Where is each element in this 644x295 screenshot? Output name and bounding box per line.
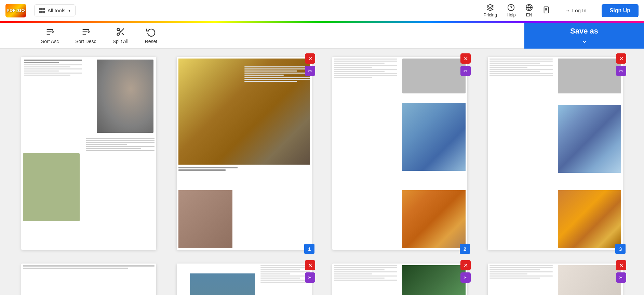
page-badge-3: 3	[615, 244, 626, 254]
svg-point-11	[117, 28, 119, 31]
page-wrapper-2: ✕ ✂	[332, 57, 467, 250]
toolbar: Sort Asc Sort Desc Split All	[0, 23, 644, 49]
split-page-1-button[interactable]: ✂	[305, 66, 315, 76]
elephant-person-image	[190, 273, 255, 295]
left-text-col	[334, 59, 397, 248]
palette-bottom-image	[558, 190, 621, 248]
pets-image-bottom	[23, 153, 80, 221]
save-as-button[interactable]: Save as ⌄	[524, 23, 644, 49]
sketch-text-left	[489, 265, 553, 295]
history-nav-item[interactable]	[542, 6, 550, 15]
sort-asc-icon	[45, 27, 55, 37]
page-group-5: ✕ ✂	[169, 264, 319, 295]
svg-point-12	[117, 33, 119, 36]
page-group-4	[14, 264, 164, 295]
sort-asc-label: Sort Asc	[41, 39, 59, 44]
split-page-5-button[interactable]: ✂	[305, 272, 315, 283]
page-content-3	[488, 57, 623, 250]
palette-image	[402, 190, 466, 248]
sketch-image-top	[558, 265, 621, 295]
page-wrapper-4	[21, 264, 156, 295]
text-lines-0	[24, 60, 82, 77]
page-group-1: ✕ ✂	[169, 57, 319, 258]
page-card-4	[21, 264, 156, 295]
svg-line-15	[119, 30, 121, 32]
page-content-2	[332, 57, 467, 250]
help-icon	[507, 4, 515, 11]
header-nav: Pricing Help EN →	[483, 4, 639, 17]
help-nav-item[interactable]: Help	[507, 4, 516, 17]
grid-icon	[39, 8, 45, 13]
sort-desc-button[interactable]: Sort Desc	[75, 27, 96, 44]
reset-label: Reset	[145, 39, 158, 44]
page-wrapper-0	[21, 57, 156, 250]
page-wrapper-7: ✕ ✂	[488, 264, 623, 295]
signup-button[interactable]: Sign Up	[602, 4, 639, 17]
logo[interactable]: PDF2GO	[5, 4, 26, 17]
svg-line-14	[121, 33, 123, 35]
split-page-3-button[interactable]: ✂	[616, 66, 626, 76]
globe-icon	[525, 4, 533, 11]
chevron-down-icon: ▾	[68, 8, 70, 13]
blue-art-image	[558, 105, 621, 173]
page-card-5	[177, 264, 312, 295]
signup-label: Sign Up	[610, 8, 630, 13]
pages-grid-row2: ✕ ✂	[14, 264, 630, 295]
pricing-nav-item[interactable]: Pricing	[483, 4, 497, 17]
split-page-7-button[interactable]: ✂	[616, 272, 626, 283]
chi-text-top	[23, 265, 155, 294]
sort-desc-label: Sort Desc	[75, 39, 96, 44]
all-tools-button[interactable]: All tools ▾	[34, 4, 76, 16]
page-group-6: ✕ ✂	[325, 264, 475, 295]
garden-image	[402, 265, 466, 295]
page-wrapper-5: ✕ ✂	[177, 264, 312, 295]
page-content-0	[21, 57, 156, 250]
page-card-2	[332, 57, 467, 250]
page-card-0	[21, 57, 156, 250]
split-page-6-button[interactable]: ✂	[460, 272, 471, 283]
painting-text-left	[489, 59, 553, 248]
pricing-label: Pricing	[483, 12, 497, 17]
remove-page-3-button[interactable]: ✕	[616, 53, 626, 64]
page-badge-2: 2	[460, 244, 470, 254]
all-tools-label: All tools	[48, 8, 66, 13]
login-button[interactable]: → Log In	[560, 5, 592, 16]
help-label: Help	[507, 12, 516, 17]
remove-page-2-button[interactable]: ✕	[460, 53, 471, 64]
login-label: Log In	[572, 8, 587, 13]
toolbar-actions: Sort Asc Sort Desc Split All	[41, 27, 157, 44]
page-card-3	[488, 57, 623, 250]
main-content: ✕ ✂	[0, 49, 644, 295]
remove-page-1-button[interactable]: ✕	[305, 53, 315, 64]
remove-page-5-button[interactable]: ✕	[305, 260, 315, 270]
reset-icon	[146, 27, 156, 37]
page-card-7	[488, 264, 623, 295]
page-content-6	[332, 264, 467, 295]
remove-page-7-button[interactable]: ✕	[616, 260, 626, 270]
page-group-0	[14, 57, 164, 258]
header: PDF2GO All tools ▾ Pricing Help	[0, 0, 644, 21]
split-all-button[interactable]: Split All	[113, 27, 129, 44]
page-wrapper-6: ✕ ✂	[332, 264, 467, 295]
language-nav-item[interactable]: EN	[525, 4, 533, 17]
painting-title-text	[402, 59, 466, 93]
page-content-7	[488, 264, 623, 295]
elephant-text-right	[260, 265, 310, 295]
language-label: EN	[526, 12, 532, 17]
remove-page-6-button[interactable]: ✕	[460, 260, 471, 270]
garden-text-left	[334, 265, 397, 295]
split-page-2-button[interactable]: ✂	[460, 66, 471, 76]
page-wrapper-1: ✕ ✂	[177, 57, 312, 250]
login-arrow-icon: →	[565, 8, 570, 13]
page-group-3: ✕ ✂	[480, 57, 630, 258]
pages-grid-row1: ✕ ✂	[14, 57, 630, 258]
page-group-7: ✕ ✂	[480, 264, 630, 295]
reset-button[interactable]: Reset	[145, 27, 158, 44]
sort-asc-button[interactable]: Sort Asc	[41, 27, 59, 44]
dog-image	[97, 60, 153, 133]
scissors-icon	[116, 27, 125, 37]
art-text-right	[244, 66, 310, 248]
page-card-6	[332, 264, 467, 295]
animal-small-image	[178, 190, 232, 248]
sort-desc-icon	[81, 27, 91, 37]
